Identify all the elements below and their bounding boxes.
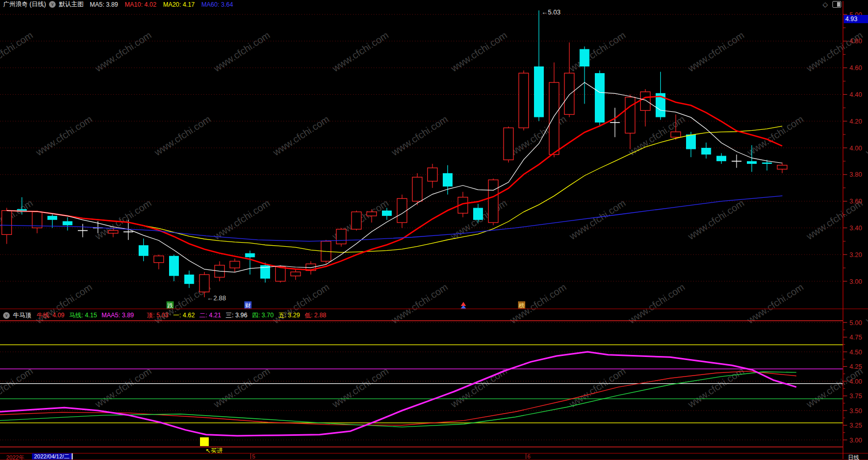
watermark-text: www.cfchi.com bbox=[626, 281, 687, 326]
candle[interactable] bbox=[443, 173, 453, 186]
axis-label-main: 4.80 bbox=[849, 38, 862, 45]
axis-label-indicator: 4.00 bbox=[849, 378, 862, 385]
candle[interactable] bbox=[199, 275, 209, 292]
candle[interactable] bbox=[2, 211, 12, 235]
candle[interactable] bbox=[564, 73, 574, 114]
candle[interactable] bbox=[47, 216, 57, 220]
candle[interactable] bbox=[352, 212, 361, 229]
candle[interactable] bbox=[276, 267, 286, 281]
indicator-chevron-icon[interactable]: ∨ bbox=[3, 312, 10, 319]
chevron-down-icon[interactable]: ∨ bbox=[49, 1, 56, 8]
candle[interactable] bbox=[777, 165, 787, 169]
candle[interactable] bbox=[382, 211, 392, 216]
watermark-text: www.cfchi.com bbox=[389, 113, 450, 158]
candle[interactable] bbox=[641, 92, 650, 110]
watermark-text: www.cfchi.com bbox=[567, 29, 628, 74]
candle[interactable] bbox=[595, 73, 605, 123]
event-marker-label[interactable]: 财 bbox=[245, 302, 251, 309]
watermark-text: www.cfchi.com bbox=[686, 197, 746, 242]
indicator-value: 牛线: 4.09 bbox=[37, 312, 64, 319]
candle[interactable] bbox=[63, 221, 73, 225]
candle[interactable] bbox=[473, 208, 483, 220]
candle[interactable] bbox=[534, 66, 544, 117]
candle[interactable] bbox=[504, 128, 513, 160]
candle[interactable] bbox=[154, 256, 164, 263]
title-bar: 广州浪奇 (日线) ∨ 默认主图 MA5: 3.89MA10: 4.02MA20… bbox=[0, 0, 868, 9]
candle[interactable] bbox=[671, 132, 681, 137]
candle[interactable] bbox=[762, 162, 772, 164]
indicator-value: 一: 4.62 bbox=[173, 312, 195, 319]
watermark-text: www.cfchi.com bbox=[211, 197, 272, 242]
symbol-title: 广州浪奇 (日线) bbox=[3, 0, 46, 9]
overlay-label[interactable]: 默认主图 bbox=[59, 0, 84, 9]
candle[interactable] bbox=[185, 275, 194, 284]
watermark-text: www.cfchi.com bbox=[448, 29, 509, 74]
candle[interactable] bbox=[549, 82, 559, 155]
event-marker-label[interactable]: 榜 bbox=[519, 302, 525, 309]
month-marker: 6 bbox=[526, 453, 530, 459]
diamond-icon[interactable]: ◇ bbox=[823, 1, 828, 8]
chart-canvas: www.cfchi.comwww.cfchi.comwww.cfchi.comw… bbox=[0, 0, 868, 460]
ma5-line bbox=[7, 82, 782, 272]
axis-label-main: 3.80 bbox=[849, 171, 862, 178]
price-badge: 4.93 bbox=[844, 15, 868, 23]
axis-label-main: 3.60 bbox=[849, 198, 862, 205]
candle[interactable] bbox=[245, 253, 255, 258]
indicator-value: 四: 3.70 bbox=[252, 312, 274, 319]
price-annotation: ←5.03 bbox=[542, 9, 561, 16]
watermark-text: www.cfchi.com bbox=[93, 365, 154, 410]
axis-label-main: 4.40 bbox=[849, 91, 862, 98]
watermark-text: www.cfchi.com bbox=[330, 365, 391, 410]
axis-label-main: 4.60 bbox=[849, 64, 862, 72]
indicator-name[interactable]: 牛马顶 bbox=[13, 311, 31, 320]
candle[interactable] bbox=[428, 168, 438, 181]
candle[interactable] bbox=[716, 156, 726, 161]
month-marker: 5 bbox=[251, 453, 255, 459]
titlebar-tools: ◇ bbox=[823, 1, 841, 8]
ma-values: MA5: 3.89MA10: 4.02MA20: 4.17MA60: 3.64 bbox=[90, 1, 240, 8]
axis-label-main: 4.00 bbox=[849, 145, 862, 152]
candle[interactable] bbox=[747, 161, 757, 164]
axis-label-indicator: 4.50 bbox=[849, 349, 862, 356]
watermark-text: www.cfchi.com bbox=[34, 113, 94, 158]
axis-label-main: 4.20 bbox=[849, 118, 862, 125]
app-window: www.cfchi.comwww.cfchi.comwww.cfchi.comw… bbox=[0, 0, 868, 460]
indicator-value: 低: 2.88 bbox=[305, 312, 326, 319]
axis-label-indicator: 4.75 bbox=[849, 334, 862, 341]
candle[interactable] bbox=[580, 49, 590, 66]
candle[interactable] bbox=[337, 229, 346, 244]
candle[interactable] bbox=[625, 97, 635, 133]
watermark-text: www.cfchi.com bbox=[389, 281, 450, 326]
axis-label-main: 3.40 bbox=[849, 225, 862, 232]
period-label[interactable]: 日线 bbox=[848, 454, 859, 460]
candle[interactable] bbox=[686, 134, 696, 149]
axis-label-indicator: 3.25 bbox=[849, 422, 862, 429]
indicator-curve bbox=[0, 371, 796, 425]
candle[interactable] bbox=[169, 256, 179, 276]
event-marker-label[interactable]: 跌 bbox=[168, 302, 174, 309]
candle[interactable] bbox=[367, 212, 377, 216]
candle[interactable] bbox=[702, 148, 711, 155]
indicator-value: 二: 4.21 bbox=[199, 312, 221, 319]
candle[interactable] bbox=[412, 177, 422, 201]
watermark-text: www.cfchi.com bbox=[863, 281, 868, 326]
price-annotation: ←2.88 bbox=[207, 295, 226, 302]
watermark-text: www.cfchi.com bbox=[863, 113, 868, 158]
candle[interactable] bbox=[519, 73, 529, 128]
watermark-text: www.cfchi.com bbox=[211, 29, 272, 74]
candle[interactable] bbox=[397, 198, 407, 223]
watermark-text: www.cfchi.com bbox=[330, 29, 391, 74]
status-bar: 2022年 2022/04/12/二 日线 56 bbox=[0, 453, 868, 460]
indicator-values: 牛线: 4.09马线: 4.15MAA5: 3.89顶: 5.03一: 4.62… bbox=[37, 311, 331, 320]
candle[interactable] bbox=[139, 245, 148, 256]
candle[interactable] bbox=[489, 180, 498, 223]
panel-toggle-icon[interactable] bbox=[832, 1, 841, 8]
candle[interactable] bbox=[230, 261, 240, 268]
ma-value: MA10: 4.02 bbox=[125, 1, 156, 8]
indicator-curve bbox=[0, 372, 796, 427]
candle[interactable] bbox=[291, 272, 301, 276]
indicator-value: MAA5: 3.89 bbox=[102, 312, 134, 319]
candle[interactable] bbox=[108, 231, 118, 233]
indicator-value: 马线: 4.15 bbox=[69, 312, 97, 319]
watermark-text: www.cfchi.com bbox=[686, 29, 746, 74]
